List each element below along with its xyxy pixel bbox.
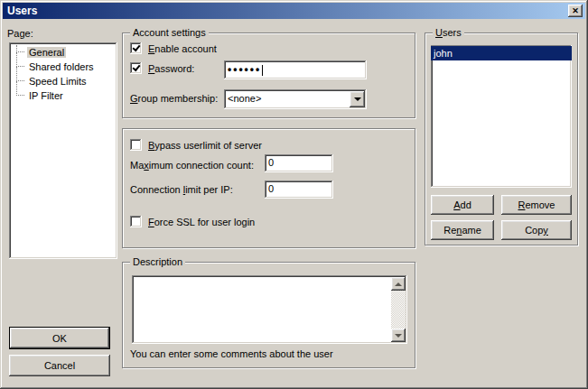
window-title: Users xyxy=(7,5,37,17)
chevron-down-icon xyxy=(354,97,361,105)
tree-item-label[interactable]: General xyxy=(27,47,66,58)
bypass-userlimit-row[interactable]: Bypass userlimit of server xyxy=(130,139,262,151)
max-connection-input[interactable]: 0 xyxy=(265,154,333,172)
enable-account-checkbox[interactable] xyxy=(130,42,142,54)
tree-item-speed-limits[interactable]: Speed Limits xyxy=(9,74,117,88)
connection-limit-per-ip-input[interactable]: 0 xyxy=(265,181,333,199)
tree-item-ip-filter[interactable]: IP Filter xyxy=(9,88,117,103)
bypass-userlimit-label[interactable]: Bypass userlimit of server xyxy=(148,140,262,151)
description-scrollbar[interactable] xyxy=(391,277,406,342)
tree-connector xyxy=(16,67,24,81)
page-label: Page: xyxy=(7,28,33,39)
tree-connector xyxy=(16,52,24,67)
max-connection-label: Maximum connection count: xyxy=(130,160,254,171)
force-ssl-label[interactable]: Force SSL for user login xyxy=(148,217,255,227)
users-dialog: Users ✕ Page: General Shared folders Spe… xyxy=(0,0,588,389)
tree-item-label[interactable]: IP Filter xyxy=(27,90,65,101)
description-title: Description xyxy=(130,256,185,267)
password-input[interactable]: •••••• xyxy=(224,60,367,79)
users-listbox[interactable]: john xyxy=(431,45,572,188)
ok-button-face[interactable]: OK xyxy=(10,328,109,348)
force-ssl-checkbox[interactable] xyxy=(130,216,142,227)
remove-button[interactable]: Remove xyxy=(501,195,572,215)
bypass-userlimit-checkbox[interactable] xyxy=(130,139,142,151)
enable-account-label[interactable]: Enable account xyxy=(148,43,217,54)
text-cursor xyxy=(262,65,263,76)
tree-item-label[interactable]: Shared folders xyxy=(27,61,96,72)
title-bar[interactable]: Users ✕ xyxy=(3,3,585,19)
tree-item-shared-folders[interactable]: Shared folders xyxy=(9,60,117,74)
description-textarea[interactable] xyxy=(132,275,407,344)
cancel-button[interactable]: Cancel xyxy=(9,355,110,376)
scroll-down-icon[interactable] xyxy=(391,329,406,342)
users-group: Users john Add Remove Rename Copy xyxy=(425,32,578,245)
tree-connector xyxy=(16,45,24,52)
users-group-title: Users xyxy=(433,27,464,38)
add-button[interactable]: Add xyxy=(431,195,494,215)
account-settings-title: Account settings xyxy=(130,27,209,38)
ok-button[interactable]: OK xyxy=(9,327,110,349)
password-value: •••••• xyxy=(228,63,261,76)
group-membership-value: <none> xyxy=(228,93,261,104)
limits-group: Bypass userlimit of server Maximum conne… xyxy=(122,128,415,248)
password-row[interactable]: Password: xyxy=(130,62,194,74)
connection-limit-per-ip-label: Connection limit per IP: xyxy=(130,184,233,195)
description-hint: You can enter some comments about the us… xyxy=(130,348,333,359)
force-ssl-row[interactable]: Force SSL for user login xyxy=(130,216,255,227)
user-list-item[interactable]: john xyxy=(431,46,572,60)
group-membership-combobox[interactable]: <none> xyxy=(224,89,367,109)
tree-item-label[interactable]: Speed Limits xyxy=(27,76,89,87)
password-checkbox[interactable] xyxy=(130,62,142,74)
description-group: Description You can enter some comments … xyxy=(122,262,415,368)
enable-account-row[interactable]: Enable account xyxy=(130,42,217,54)
combobox-dropdown-button[interactable] xyxy=(350,91,365,107)
account-settings-group: Account settings Enable account Password… xyxy=(122,32,415,118)
password-label[interactable]: Password: xyxy=(148,63,194,74)
rename-button[interactable]: Rename xyxy=(431,220,494,240)
copy-button[interactable]: Copy xyxy=(501,220,572,240)
group-membership-label: Group membership: xyxy=(130,93,218,104)
tree-item-general[interactable]: General xyxy=(9,45,117,60)
page-tree[interactable]: General Shared folders Speed Limits IP F… xyxy=(9,42,117,259)
close-icon[interactable]: ✕ xyxy=(568,5,583,17)
scroll-up-icon[interactable] xyxy=(391,277,406,291)
tree-connector xyxy=(16,81,24,96)
